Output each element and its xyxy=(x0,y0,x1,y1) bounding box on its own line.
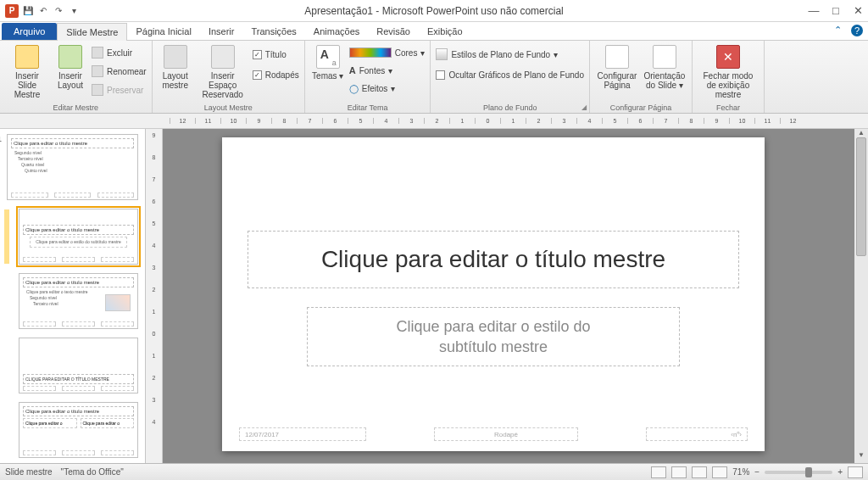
tab-home[interactable]: Página Inicial xyxy=(127,23,199,40)
fit-to-window-button[interactable] xyxy=(848,466,863,478)
group-label: Editar Mestre xyxy=(0,103,152,112)
preserve-label: Preservar xyxy=(107,86,143,95)
background-styles-label: Estilos de Plano de Fundo xyxy=(451,50,550,59)
slide-master[interactable]: Clique para editar o título mestre Cliqu… xyxy=(222,137,765,451)
help-icon[interactable]: ? xyxy=(851,25,863,36)
insert-placeholder-icon xyxy=(211,45,235,69)
fonts-label: Fontes xyxy=(359,66,386,75)
master-layout-icon xyxy=(164,45,187,69)
effects-label: Efeitos xyxy=(362,84,388,93)
themes-label: Temas ▾ xyxy=(312,71,343,81)
footers-checkbox[interactable]: ✓Rodapés xyxy=(253,67,299,82)
ribbon: Inserir Slide Mestre Inserir Layout Excl… xyxy=(0,41,868,114)
orientation-button[interactable]: Orientação do Slide ▾ xyxy=(643,43,687,90)
zoom-in-button[interactable]: + xyxy=(837,467,843,477)
window-controls: — □ ✕ xyxy=(807,4,865,18)
quick-access-toolbar: P 💾 ↶ ↷ ▾ xyxy=(0,4,80,18)
zoom-slider[interactable] xyxy=(765,471,832,474)
thumbnail-layout-4[interactable]: CLIQUE PARA EDITAR O TÍTULO MESTRE xyxy=(19,338,138,393)
slide-number-placeholder[interactable]: ‹nº› xyxy=(646,427,748,441)
page-setup-button[interactable]: Configurar Página xyxy=(595,43,639,90)
close-master-view-button[interactable]: ✕ Fechar modo de exibição mestre xyxy=(698,43,759,99)
maximize-button[interactable]: □ xyxy=(829,4,843,18)
checkbox-checked-icon: ✓ xyxy=(253,70,262,80)
group-background: Estilos de Plano de Fundo ▾ Ocultar Gráf… xyxy=(431,41,590,113)
ribbon-tabs: Arquivo Slide Mestre Página Inicial Inse… xyxy=(0,22,868,41)
insert-placeholder-button[interactable]: Inserir Espaço Reservado xyxy=(197,43,249,99)
thumbnail-panel[interactable]: 1 Clique para editar o título mestre Seg… xyxy=(0,129,146,463)
slideshow-view-button[interactable] xyxy=(712,466,727,478)
normal-view-button[interactable] xyxy=(651,466,666,478)
ribbon-help-area: ⌃ ? xyxy=(834,25,863,36)
horizontal-ruler: 1211109876543210123456789101112 xyxy=(0,114,868,129)
master-layout-button[interactable]: Layout mestre xyxy=(158,43,193,99)
hide-bg-checkbox[interactable]: Ocultar Gráficos de Plano de Fundo xyxy=(436,67,584,82)
ribbon-minimize-icon[interactable]: ⌃ xyxy=(834,25,846,36)
save-icon[interactable]: 💾 xyxy=(22,5,34,17)
page-setup-label: Configurar Página xyxy=(595,71,639,90)
rename-icon xyxy=(92,65,103,77)
close-button[interactable]: ✕ xyxy=(851,4,865,18)
dropdown-icon: ▾ xyxy=(388,66,392,75)
delete-button[interactable]: Excluir xyxy=(92,45,147,60)
date-placeholder[interactable]: 12/07/2017 xyxy=(239,427,366,441)
dropdown-icon: ▾ xyxy=(554,50,558,59)
thumbnail-layout-5[interactable]: Clique para editar o título mestre Cliqu… xyxy=(19,402,138,458)
footer-placeholder[interactable]: Rodapé xyxy=(434,427,578,441)
group-edit-theme: Aa Temas ▾ Cores ▾ AFontes ▾ ◯Efeitos ▾ … xyxy=(305,41,431,113)
redo-icon[interactable]: ↷ xyxy=(53,5,64,17)
thumb-col-left: Clique para editar o xyxy=(23,418,77,428)
minimize-button[interactable]: — xyxy=(807,4,821,18)
thumb-title: Clique para editar o título mestre xyxy=(23,406,134,416)
rename-button[interactable]: Renomear xyxy=(92,64,147,79)
dialog-launcher-icon[interactable]: ◢ xyxy=(581,103,587,111)
group-label: Plano de Fundo xyxy=(431,103,589,112)
powerpoint-icon: P xyxy=(5,4,19,18)
thumbnail-layout-3[interactable]: Clique para editar o título mestre Cliqu… xyxy=(19,273,138,329)
qat-dropdown-icon[interactable]: ▾ xyxy=(68,5,80,17)
checkbox-checked-icon: ✓ xyxy=(253,50,262,59)
group-page-setup: Configurar Página Orientação do Slide ▾ … xyxy=(590,41,693,113)
tab-transitions[interactable]: Transições xyxy=(242,23,304,40)
zoom-handle[interactable] xyxy=(805,467,812,477)
reading-view-button[interactable] xyxy=(692,466,707,478)
title-placeholder[interactable]: Clique para editar o título mestre xyxy=(248,231,739,288)
group-master-layout: Layout mestre Inserir Espaço Reservado ✓… xyxy=(153,41,305,113)
scroll-down-icon[interactable]: ▼ xyxy=(854,451,868,463)
insert-layout-button[interactable]: Inserir Layout xyxy=(53,43,88,99)
vertical-scrollbar[interactable]: ▲ ▼ xyxy=(854,129,868,463)
thumb-line: Quarto nível xyxy=(21,162,134,168)
thumbnail-master-1[interactable]: 1 Clique para editar o título mestre Seg… xyxy=(7,134,138,200)
preserve-button[interactable]: Preservar xyxy=(92,82,147,98)
insert-slide-master-button[interactable]: Inserir Slide Mestre xyxy=(5,43,49,99)
tab-animations[interactable]: Animações xyxy=(305,23,368,40)
subtitle-placeholder[interactable]: Clique para editar o estilo do subtítulo… xyxy=(307,307,680,366)
undo-icon[interactable]: ↶ xyxy=(37,5,49,17)
close-master-label: Fechar modo de exibição mestre xyxy=(698,71,759,99)
scroll-thumb[interactable] xyxy=(856,137,866,256)
tab-view[interactable]: Exibição xyxy=(419,23,471,40)
slide-canvas[interactable]: Clique para editar o título mestre Cliqu… xyxy=(163,129,868,463)
effects-button[interactable]: ◯Efeitos ▾ xyxy=(349,81,426,96)
title-checkbox[interactable]: ✓Título xyxy=(253,47,299,62)
background-styles-button[interactable]: Estilos de Plano de Fundo ▾ xyxy=(436,47,584,62)
sorter-view-button[interactable] xyxy=(671,466,687,478)
themes-button[interactable]: Aa Temas ▾ xyxy=(310,43,346,96)
tab-file[interactable]: Arquivo xyxy=(2,23,57,40)
colors-button[interactable]: Cores ▾ xyxy=(349,45,426,60)
dropdown-icon: ▾ xyxy=(420,48,425,58)
zoom-level: 71% xyxy=(732,467,749,477)
zoom-out-button[interactable]: − xyxy=(754,467,760,477)
tab-slide-master[interactable]: Slide Mestre xyxy=(57,23,127,41)
delete-label: Excluir xyxy=(107,48,132,58)
insert-layout-label: Inserir Layout xyxy=(53,71,88,90)
tab-review[interactable]: Revisão xyxy=(368,23,419,40)
effects-icon: ◯ xyxy=(349,84,359,93)
status-bar: Slide mestre "Tema do Office" 71% − + xyxy=(0,463,868,480)
thumb-title: Clique para editar o título mestre xyxy=(11,138,134,148)
fonts-button[interactable]: AFontes ▾ xyxy=(349,63,426,78)
subtitle-line2: subtítulo mestre xyxy=(439,337,548,357)
thumbnail-layout-2[interactable]: Clique para editar o título mestre Cliqu… xyxy=(19,209,138,265)
tab-insert[interactable]: Inserir xyxy=(200,23,243,40)
thumb-title: Clique para editar o título mestre xyxy=(23,277,134,287)
